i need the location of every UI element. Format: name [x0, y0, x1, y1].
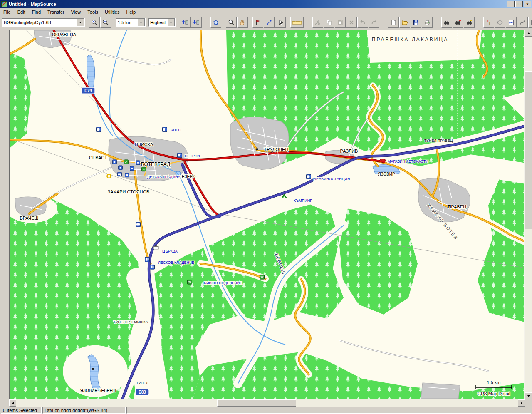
map-canvas[interactable]: E79 E83 СКРАВЕНА ПРАВЕШКА ЛАКАВИЦА SHELL…	[10, 30, 524, 399]
label-pliska: ПЛИСКА	[135, 142, 153, 147]
horizontal-scrollbar[interactable]	[9, 399, 525, 407]
paste-button[interactable]	[335, 17, 346, 28]
redo-button[interactable]	[369, 17, 379, 28]
find-button[interactable]	[441, 17, 452, 28]
show-waypoints-toggle-button[interactable]	[483, 17, 494, 28]
map-product-combo[interactable]: BGRoutingMapCyr1.63	[2, 18, 85, 27]
printer-icon	[424, 19, 431, 26]
route-tool-icon	[266, 19, 272, 26]
waypoint-tool-button[interactable]	[252, 17, 263, 28]
poi-icon	[125, 173, 129, 177]
distance-tool-button[interactable]	[290, 17, 304, 28]
find-recent-button[interactable]	[464, 17, 475, 28]
label-trudovets: ТРУДОВЕЦ	[264, 147, 288, 152]
arrow-down-icon	[527, 395, 530, 397]
label-botevgrad: БОТЕВГРАД	[141, 161, 171, 167]
town-dot	[92, 368, 94, 370]
menu-edit[interactable]: Edit	[14, 9, 29, 15]
chevron-down-icon	[140, 22, 142, 23]
scroll-down-button[interactable]	[525, 392, 532, 399]
menu-bar: File Edit Find Transfer View Tools Utili…	[0, 8, 532, 16]
zoom-out-button[interactable]	[100, 17, 111, 28]
map-scale-combo-arrow[interactable]	[137, 19, 145, 26]
close-button[interactable]: ×	[524, 1, 531, 7]
map-grid-toggle-button[interactable]	[528, 17, 532, 28]
label-pravets: ПРАВЕЦ	[448, 204, 467, 209]
shield-e83-text: E83	[139, 390, 146, 394]
grid-toggle-icon	[530, 19, 532, 26]
scissors-icon	[314, 19, 321, 26]
content-area: E79 E83 СКРАВЕНА ПРАВЕШКА ЛАКАВИЦА SHELL…	[0, 30, 532, 407]
poi-icon	[130, 166, 134, 171]
zoom-tool-button[interactable]	[226, 17, 237, 28]
delete-button[interactable]	[346, 17, 357, 28]
shield-e79: E79	[82, 87, 95, 94]
minimize-button[interactable]: _	[507, 1, 515, 7]
selection-status: 0 Items Selected	[1, 407, 42, 414]
menu-transfer[interactable]: Transfer	[44, 9, 68, 15]
scroll-right-button[interactable]	[518, 399, 525, 407]
window-controls: _ □ ×	[507, 1, 532, 7]
label-vrachesh: ВРАЧЕШ	[20, 216, 38, 221]
receive-from-device-button[interactable]	[191, 17, 202, 28]
map-select-tool-button[interactable]	[210, 17, 221, 28]
zoom-in-button[interactable]	[89, 17, 100, 28]
selection-arrow-icon	[277, 19, 284, 26]
map-viewport[interactable]: E79 E83 СКРАВЕНА ПРАВЕШКА ЛАКАВИЦА SHELL…	[9, 30, 525, 399]
vertical-scroll-thumb[interactable]	[525, 71, 532, 229]
print-button[interactable]	[422, 17, 433, 28]
scroll-left-button[interactable]	[9, 399, 16, 407]
menu-view[interactable]: View	[68, 9, 84, 15]
label-tunel-pravets: ТУНЕЛ ПРАВЕЦ	[424, 139, 453, 143]
map-detail-combo-arrow[interactable]	[167, 19, 175, 26]
menu-help[interactable]: Help	[123, 9, 139, 15]
new-document-button[interactable]	[388, 17, 399, 28]
menu-utilities[interactable]: Utilities	[101, 9, 123, 15]
binoculars-recent-icon	[466, 19, 473, 26]
track-profile-toggle-button[interactable]	[517, 17, 528, 28]
picnic-icon	[260, 275, 265, 279]
copy-icon	[326, 19, 332, 26]
copy-button[interactable]	[324, 17, 334, 28]
toolbar: BGRoutingMapCyr1.63 1.5 km Highest	[0, 15, 532, 30]
save-document-button[interactable]	[411, 17, 421, 28]
cut-button[interactable]	[312, 17, 323, 28]
open-folder-icon	[401, 19, 408, 26]
fuel-icon-petrol	[178, 153, 182, 158]
status-bar: 0 Items Selected Lat/Lon hddd.ddddd°(WGS…	[0, 407, 532, 414]
fuel-icon-benzinostantsia	[307, 174, 311, 179]
undo-button[interactable]	[357, 17, 368, 28]
scroll-up-button[interactable]	[525, 30, 532, 37]
pan-hand-tool-button[interactable]	[237, 17, 248, 28]
menu-tools[interactable]: Tools	[84, 9, 101, 15]
vertical-scrollbar[interactable]	[525, 30, 532, 399]
horizontal-scroll-thumb[interactable]	[217, 399, 296, 407]
undo-icon	[359, 19, 366, 26]
urban-bottom-right	[421, 383, 460, 399]
label-sevast: СЕВАСТ	[89, 155, 107, 160]
title-bar: Untitled - MapSource _ □ ×	[0, 0, 532, 8]
maximize-glyph: □	[518, 2, 520, 6]
label-yazovir: ЯЗОВИР	[378, 172, 395, 176]
menu-file[interactable]: File	[0, 9, 14, 15]
menu-find[interactable]: Find	[29, 9, 44, 15]
find-nearest-button[interactable]	[453, 17, 463, 28]
send-to-device-button[interactable]	[180, 17, 191, 28]
map-detail-combo[interactable]: Highest	[148, 18, 176, 27]
show-tracks-toggle-button[interactable]	[506, 17, 517, 28]
shield-e83: E83	[136, 389, 149, 395]
selection-tool-button[interactable]	[275, 17, 286, 28]
zoom-tool-icon	[228, 19, 235, 26]
hand-icon	[239, 19, 246, 26]
picnic-icon	[141, 167, 146, 171]
maximize-button[interactable]: □	[515, 1, 523, 7]
ruler-icon	[292, 19, 302, 26]
route-tool-button[interactable]	[264, 17, 275, 28]
mapsource-window: Untitled - MapSource _ □ × File Edit Fin…	[0, 0, 532, 414]
show-routes-toggle-button[interactable]	[495, 17, 505, 28]
open-document-button[interactable]	[399, 17, 410, 28]
map-product-combo-arrow[interactable]	[77, 19, 84, 26]
map-scale-combo[interactable]: 1.5 km	[116, 18, 146, 27]
binoculars-marker-icon	[455, 19, 461, 26]
send-to-device-icon	[182, 19, 188, 26]
